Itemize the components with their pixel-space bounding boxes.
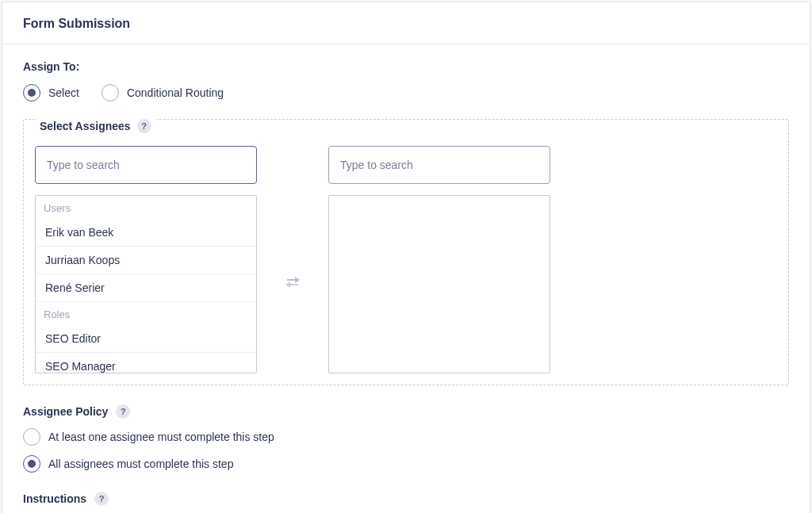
available-listbox[interactable]: Users Erik van Beek Jurriaan Koops René … — [35, 195, 257, 373]
policy-all-label: All assignees must complete this step — [48, 457, 233, 470]
assignee-transfer: Users Erik van Beek Jurriaan Koops René … — [35, 146, 777, 373]
assign-to-options: Select Conditional Routing — [23, 84, 789, 101]
card-title: Form Submission — [23, 17, 789, 31]
available-search-input[interactable] — [35, 146, 257, 184]
assign-to-select-label: Select — [48, 86, 79, 99]
policy-all-option[interactable]: All assignees must complete this step — [23, 455, 789, 473]
radio-icon — [102, 84, 119, 101]
instructions-heading: Instructions ? — [23, 492, 109, 506]
available-column: Users Erik van Beek Jurriaan Koops René … — [35, 146, 257, 373]
policy-at-least-one-option[interactable]: At least one assignee must complete this… — [23, 428, 789, 446]
select-assignees-fieldset: Select Assignees ? Users Erik van Beek J… — [23, 119, 789, 385]
help-icon[interactable]: ? — [137, 119, 151, 133]
selected-listbox[interactable] — [328, 195, 550, 373]
list-item[interactable]: Erik van Beek — [36, 219, 256, 247]
card-body: Assign To: Select Conditional Routing Se… — [2, 44, 810, 513]
radio-icon — [23, 428, 40, 446]
selected-column — [328, 146, 550, 373]
list-item[interactable]: René Serier — [36, 274, 256, 302]
transfer-controls — [281, 146, 304, 373]
policy-options: At least one assignee must complete this… — [23, 428, 789, 473]
list-item[interactable]: SEO Editor — [36, 325, 256, 353]
card-header: Form Submission — [2, 2, 810, 44]
selected-search-input[interactable] — [328, 146, 550, 184]
assign-to-conditional-option[interactable]: Conditional Routing — [102, 84, 224, 101]
assign-to-label: Assign To: — [23, 60, 789, 73]
policy-at-least-one-label: At least one assignee must complete this… — [48, 431, 274, 443]
list-item[interactable]: Jurriaan Koops — [36, 247, 256, 274]
help-icon[interactable]: ? — [116, 404, 130, 419]
radio-dot-icon — [28, 460, 36, 468]
help-icon[interactable]: ? — [94, 492, 109, 506]
select-assignees-label: Select Assignees — [40, 120, 131, 132]
radio-icon — [23, 455, 40, 473]
list-item[interactable]: SEO Manager — [36, 353, 256, 373]
roles-group-header: Roles — [36, 302, 256, 325]
users-group-header: Users — [36, 196, 256, 219]
form-submission-card: Form Submission Assign To: Select Condit… — [2, 2, 810, 513]
assignee-policy-heading: Assignee Policy ? — [23, 404, 130, 419]
radio-icon — [23, 84, 40, 101]
swap-icon[interactable] — [284, 275, 301, 292]
assignee-policy-label: Assignee Policy — [23, 405, 108, 418]
fieldset-legend: Select Assignees ? — [35, 119, 156, 133]
assign-to-select-option[interactable]: Select — [23, 84, 79, 101]
assign-to-conditional-label: Conditional Routing — [127, 86, 224, 99]
radio-dot-icon — [28, 89, 36, 97]
instructions-label: Instructions — [23, 492, 86, 505]
